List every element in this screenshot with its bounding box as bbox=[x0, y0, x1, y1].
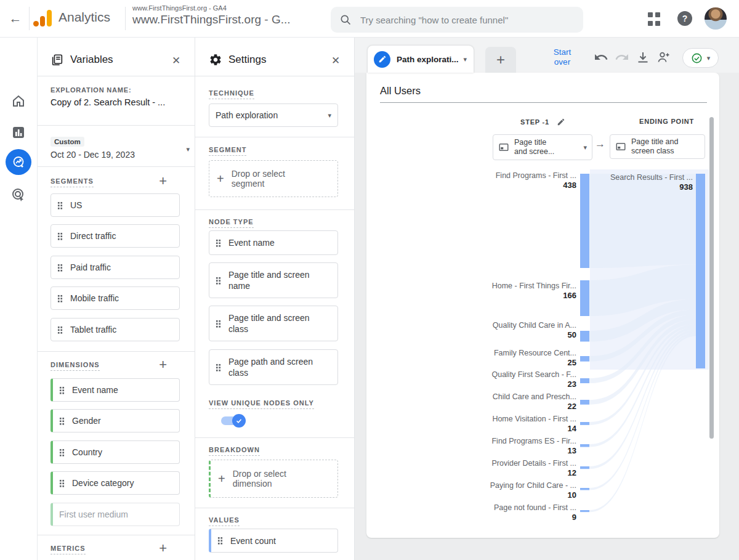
download-icon[interactable] bbox=[636, 50, 650, 65]
step-node-bar[interactable] bbox=[580, 280, 589, 316]
drag-handle-icon bbox=[216, 320, 221, 328]
ending-point-label: ENDING POINT bbox=[639, 118, 694, 125]
step-node-bar[interactable] bbox=[580, 422, 589, 425]
step-node-bar[interactable] bbox=[580, 331, 589, 341]
start-over-button[interactable]: Start over bbox=[547, 47, 577, 67]
step-node-bar[interactable] bbox=[580, 400, 589, 405]
step-node-label: Paying for Child Care - ... bbox=[466, 481, 576, 490]
back-arrow-icon[interactable]: ← bbox=[5, 9, 26, 28]
drag-handle-icon bbox=[216, 277, 221, 285]
avatar[interactable] bbox=[705, 7, 727, 30]
add-metric-button[interactable]: + bbox=[159, 540, 168, 556]
node-type-label: Page path and screen class bbox=[228, 356, 327, 378]
divider bbox=[195, 209, 354, 210]
step-node[interactable]: Quality Child Care in A...50 bbox=[466, 320, 576, 340]
edit-step-pencil-icon[interactable] bbox=[557, 118, 565, 126]
arrow-right-icon: → bbox=[595, 138, 605, 150]
logo-bar-mid bbox=[40, 16, 45, 26]
technique-dropdown[interactable]: Path exploration ▾ bbox=[209, 103, 338, 127]
add-tab-button[interactable]: + bbox=[485, 47, 516, 73]
ending-node-value: 938 bbox=[582, 182, 693, 192]
canvas-scrollbar[interactable] bbox=[709, 117, 714, 439]
step-node-label: Quality First Search - F... bbox=[466, 370, 576, 379]
divider bbox=[37, 351, 195, 352]
ending-node-type-dropdown[interactable]: Page title andscreen class bbox=[610, 134, 705, 159]
step-node[interactable]: Family Resource Cent...25 bbox=[466, 348, 576, 368]
step-node-bar[interactable] bbox=[580, 444, 589, 447]
node-type-chip[interactable]: Event name bbox=[209, 230, 338, 255]
step-node-bar[interactable] bbox=[580, 510, 589, 512]
node-type-chip[interactable]: Page title and screen name bbox=[209, 262, 338, 298]
explore-icon[interactable] bbox=[6, 149, 31, 175]
dimension-chip-ghost: First user medium bbox=[50, 503, 180, 526]
dimension-chip[interactable]: Device category bbox=[50, 471, 180, 495]
segment-chip[interactable]: Tablet traffic bbox=[50, 318, 180, 341]
node-type-title: NODE TYPE bbox=[209, 218, 254, 228]
segment-chip[interactable]: Mobile traffic bbox=[50, 286, 180, 310]
nav-rail bbox=[0, 37, 38, 560]
step-node[interactable]: Page not found - First ...9 bbox=[466, 503, 576, 522]
analytics-logo-icon[interactable] bbox=[32, 9, 53, 28]
segments-section-header: SEGMENTS + bbox=[50, 177, 181, 185]
step-node[interactable]: Paying for Child Care - ...10 bbox=[466, 481, 576, 500]
step-node-value: 166 bbox=[466, 291, 576, 301]
ending-node-bar[interactable] bbox=[696, 174, 705, 368]
step-node-bar[interactable] bbox=[580, 378, 589, 383]
advertising-icon[interactable] bbox=[11, 187, 26, 202]
dimension-chip[interactable]: Event name bbox=[50, 378, 180, 402]
step-node[interactable]: Find Programs ES - Fir...13 bbox=[466, 436, 576, 456]
screen-icon bbox=[498, 142, 509, 153]
step-node-bar[interactable] bbox=[580, 466, 589, 469]
step-node[interactable]: Home - First Things Fir...166 bbox=[466, 281, 576, 301]
status-ok-dropdown[interactable]: ▾ bbox=[682, 48, 719, 68]
dimension-chip[interactable]: Gender bbox=[50, 409, 180, 432]
step-node-bar[interactable] bbox=[580, 488, 589, 490]
drag-handle-icon bbox=[59, 448, 65, 457]
search-input[interactable] bbox=[359, 14, 565, 26]
tab-settings-panel: Settings ✕ TECHNIQUE Path exploration ▾ … bbox=[195, 37, 355, 560]
logo-dot bbox=[33, 21, 39, 26]
search-bar[interactable] bbox=[331, 7, 583, 33]
plus-icon: + bbox=[218, 472, 225, 486]
segment-drop-zone[interactable]: + Drop or select segment bbox=[209, 160, 338, 197]
step-node[interactable]: Home Visitation - First ...14 bbox=[466, 414, 576, 434]
metrics-section-header: METRICS + bbox=[50, 545, 181, 552]
unique-nodes-title: VIEW UNIQUE NODES ONLY bbox=[209, 399, 314, 409]
exploration-tab-active[interactable]: Path explorati... ▾ bbox=[368, 46, 474, 73]
values-chip[interactable]: Event count bbox=[209, 529, 338, 553]
dimension-chip[interactable]: Country bbox=[50, 440, 180, 464]
apps-grid-icon[interactable] bbox=[647, 11, 664, 28]
step-node[interactable]: Find Programs - First ...438 bbox=[466, 171, 576, 190]
step-node[interactable]: Quality First Search - F...23 bbox=[466, 370, 576, 389]
step-node-bar[interactable] bbox=[580, 356, 589, 362]
segment-chip[interactable]: Paid traffic bbox=[50, 256, 180, 279]
unique-nodes-toggle[interactable] bbox=[221, 414, 246, 428]
segment-chip[interactable]: Direct traffic bbox=[50, 224, 180, 248]
breakdown-drop-zone[interactable]: + Drop or select dimension bbox=[209, 460, 338, 498]
segment-applied-title[interactable]: All Users bbox=[380, 85, 707, 103]
help-icon[interactable]: ? bbox=[677, 11, 692, 26]
reports-icon[interactable] bbox=[11, 125, 26, 140]
add-dimension-button[interactable]: + bbox=[159, 357, 168, 373]
step-node[interactable]: Provider Details - First ...12 bbox=[466, 458, 576, 478]
step-node[interactable]: Child Care and Presch...22 bbox=[466, 392, 576, 412]
step-node-type-dropdown[interactable]: Page titleand scree... ▾ bbox=[493, 134, 592, 160]
close-icon[interactable]: ✕ bbox=[169, 53, 184, 68]
ending-node[interactable]: Search Results - First ... 938 bbox=[582, 172, 693, 192]
node-type-chip[interactable]: Page title and screen class bbox=[209, 306, 338, 341]
home-icon[interactable] bbox=[11, 94, 26, 108]
date-range-picker[interactable]: Custom Oct 20 - Dec 19, 2023 ▾ bbox=[50, 136, 181, 160]
share-add-user-icon[interactable] bbox=[656, 50, 671, 65]
exploration-name-value[interactable]: Copy of 2. Search Result - ... bbox=[50, 97, 165, 107]
property-switcher[interactable]: www.FirstThingsFirst.org - GA4 www.First… bbox=[132, 5, 291, 25]
step-node-value: 10 bbox=[466, 490, 576, 500]
add-segment-button[interactable]: + bbox=[159, 173, 168, 189]
segments-title: SEGMENTS bbox=[50, 177, 94, 187]
node-type-chip[interactable]: Page path and screen class bbox=[209, 349, 338, 385]
undo-icon[interactable] bbox=[594, 50, 608, 65]
exploration-name-label: EXPLORATION NAME: bbox=[50, 86, 165, 94]
ga4-explorations-app: ← Analytics www.FirstThingsFirst.org - G… bbox=[0, 0, 739, 560]
drag-handle-icon bbox=[59, 386, 65, 394]
close-icon[interactable]: ✕ bbox=[328, 53, 343, 68]
segment-chip[interactable]: US bbox=[50, 193, 180, 217]
